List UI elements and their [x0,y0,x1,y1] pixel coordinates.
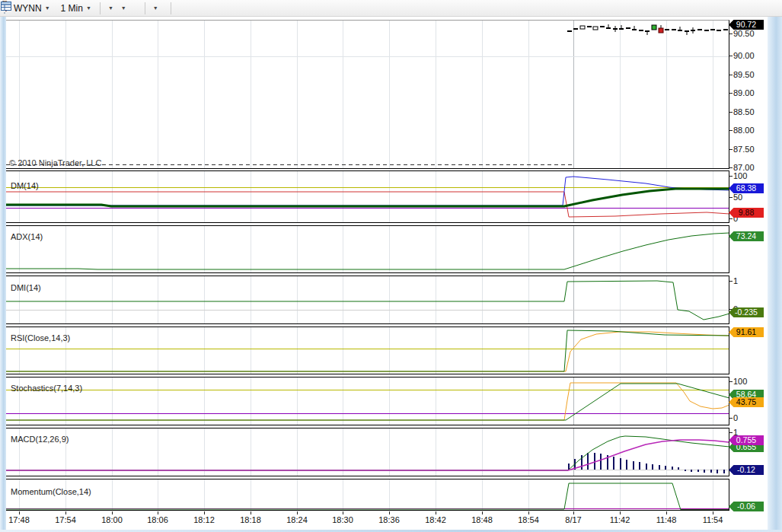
time-label: 18:24 [286,515,308,524]
axis-tick [729,167,733,168]
panel-label-dmi: DMI(14) [11,283,41,292]
time-tick [666,511,667,514]
axis-label: 89.50 [733,71,755,79]
value-tag: 9.88 [729,208,764,218]
cursor-icon[interactable]: ▼ [150,5,160,11]
time-label: 18:06 [147,515,168,524]
time-label: 11:42 [610,515,630,524]
panel-dmi[interactable]: DMI(14) [6,276,729,324]
axis-tick [729,418,733,419]
time-tick [297,511,298,514]
time-tick [343,511,343,514]
panel-adx[interactable]: ADX(14) [6,225,729,273]
chart-style-icon[interactable]: ▼ [105,5,115,11]
region-select-icon[interactable] [163,8,166,9]
axis-label: 90.00 [733,52,755,60]
panel-dm[interactable]: DM(14) [6,170,729,223]
time-tick [620,511,621,514]
panel-label-macd: MACD(12,26,9) [11,435,69,444]
interval-select[interactable]: 1 Min▼ [57,2,95,14]
panel-label-dm: DM(14) [11,181,39,190]
time-label: 17:54 [55,515,76,524]
axis-tick [729,197,733,198]
axis-label: 100 [733,172,747,180]
toolbar-separator [145,2,145,14]
watermark-text: © 2010 NinjaTrader, LLC [9,158,101,167]
time-tick [251,511,251,514]
time-label: 18:12 [193,515,215,524]
axis-label: 88.50 [733,108,755,116]
toolbar-separator [171,2,171,14]
axis-tick [729,218,733,219]
time-label: 18:54 [518,515,539,524]
time-tick [112,511,113,514]
value-tag: -0.06 [729,502,764,511]
value-tag: -0.235 [729,307,764,317]
time-tick [19,511,20,514]
axis-label: 100 [733,377,747,386]
axis-label: 90.50 [733,30,755,38]
data-grid-icon[interactable] [194,8,197,9]
value-tag: -0.12 [729,465,764,475]
value-tag: 73.24 [729,231,764,241]
time-tick [158,511,158,514]
axis-tick [729,112,733,113]
time-axis[interactable]: 17:4817:5418:0018:0618:1218:1818:2418:30… [6,511,729,530]
panel-stochastics[interactable]: Stochastics(7,14,3) [6,377,729,425]
time-tick [389,511,390,514]
time-label: 17:48 [8,515,30,524]
time-label: 18:18 [240,515,261,524]
chart-toolbar: WYNN▼1 Min▼▼▼▼ [0,0,782,17]
time-label: 11:54 [703,515,723,524]
axis-label: 88.00 [733,126,755,135]
panel-rsi[interactable]: RSI(Close,14,3) [6,327,729,374]
toolbar-separator [100,2,101,14]
instrument-select-label: WYNN [14,3,42,14]
panel-label-rsi: RSI(Close,14,3) [11,333,70,342]
axis-tick [729,130,733,131]
time-tick [65,511,66,514]
price-axis[interactable]: 90.5090.0089.5089.0088.5088.0087.5087.00… [729,17,768,511]
time-label: 11:48 [656,515,677,524]
zoom-out-icon [137,8,140,9]
ninjatrader-chart-window: { "toolbar": { "instrument": "WYNN", "in… [0,0,782,532]
axis-tick [729,56,733,56]
value-tag: 91.61 [729,327,764,337]
axis-tick [729,33,733,34]
zoom-in-icon[interactable] [131,8,134,9]
panel-macd[interactable]: MACD(12,26,9) [6,428,729,476]
time-tick [204,511,205,514]
panel-momentum[interactable]: Momentum(Close,14) [6,479,729,511]
panel-label-momentum: Momentum(Close,14) [11,487,91,496]
chevron-down-icon: ▼ [121,5,126,11]
draw-tool-icon[interactable]: ▼ [118,5,128,11]
globe-icon [188,8,191,9]
axis-tick [729,432,733,433]
time-label: 18:48 [471,515,493,524]
panel-price[interactable]: © 2010 NinjaTrader, LLC [6,20,729,169]
left-margin-strip [0,17,6,532]
axis-label: 0 [733,414,738,422]
chart-window-icon[interactable] [182,8,185,9]
axis-label: 1 [733,277,738,285]
right-margin-strip [768,17,782,532]
axis-tick [729,93,733,94]
time-tick [713,511,713,514]
time-label: 18:42 [425,515,446,524]
axis-label: 89.00 [733,89,755,97]
axis-tick [729,176,733,177]
axis-tick [729,281,733,282]
time-tick [528,511,529,514]
instrument-select[interactable]: WYNN▼ [10,2,54,14]
time-label: 18:36 [378,515,400,524]
value-tag: 0.755 [729,435,764,445]
time-tick [482,511,483,514]
axis-tick [729,75,733,75]
panel-label-adx: ADX(14) [11,232,43,241]
time-tick [573,511,574,514]
value-tag: 90.72 [729,20,764,30]
chevron-down-icon: ▼ [153,5,158,11]
strategies-icon[interactable] [176,8,179,9]
chevron-down-icon: ▼ [45,5,50,11]
time-tick [436,511,436,514]
